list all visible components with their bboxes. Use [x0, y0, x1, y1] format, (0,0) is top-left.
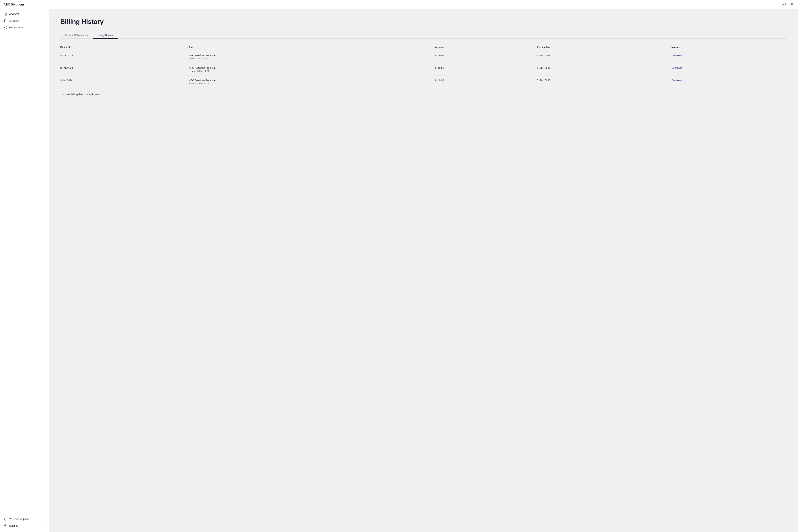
theme-toggle[interactable] [782, 2, 787, 7]
cell-invoice-1: Download [671, 63, 787, 76]
cell-plan-2: ABC Solutions Premium 3 Jan – 3 Feb 2024 [189, 76, 435, 88]
sidebar-item-your-subscription-label: Your Subscription [9, 518, 28, 520]
next-billing-text: Your next billing date is 8 April 2024. [60, 93, 787, 96]
sidebar-item-settings-label: Settings [9, 525, 18, 527]
main-content: Billing History Current Subscription Bil… [50, 9, 798, 532]
table-row: 3 Jan 2024 ABC Solutions Premium 3 Jan –… [60, 76, 787, 88]
table-header-row: Billed at Plan Amount Invoice No Invoice [60, 44, 787, 51]
plan-name-1: ABC Solutions Premium [189, 66, 432, 69]
col-invoice: Invoice [671, 44, 787, 51]
sidebar-item-all-posts-label: All posts [9, 19, 19, 22]
table-row: 8 Mar 2024 ABC Solutions Premium 8 Mar –… [60, 51, 787, 63]
app-header: ABC Solutions [0, 0, 798, 9]
plan-period-0: 8 Mar – 8 Apr 2024 [189, 57, 432, 60]
plan-period-2: 3 Jan – 3 Feb 2024 [189, 82, 432, 85]
sidebar-item-add-post-label: Add post [9, 13, 19, 15]
header-logo: ABC Solutions [3, 3, 25, 6]
settings-chevron: ⌄ [43, 525, 45, 527]
svg-line-4 [785, 5, 785, 6]
billing-table: Billed at Plan Amount Invoice No Invoice… [60, 44, 787, 88]
svg-point-9 [791, 3, 793, 4]
sidebar-item-add-post[interactable]: Add post [0, 11, 50, 17]
sidebar-item-recent-edits-label: Recent edits [9, 26, 23, 29]
download-link-0[interactable]: Download [671, 54, 682, 57]
user-icon [790, 3, 794, 6]
cell-billed-at-2: 3 Jan 2024 [60, 76, 189, 88]
page-title: Billing History [60, 18, 787, 25]
cell-invoice-no-1: 5170-10031 [537, 63, 671, 76]
svg-line-8 [785, 3, 785, 3]
check-circle-icon [4, 517, 7, 521]
table-row: 3 Feb 2024 ABC Solutions Premium 3 Feb –… [60, 63, 787, 76]
clock-icon [4, 26, 7, 29]
sidebar-bottom: Your Subscription Settings ⌄ [0, 513, 50, 532]
plan-period-1: 3 Feb – 3 Mar 2024 [189, 70, 432, 72]
recent-edits-chevron: ⌄ [43, 26, 45, 29]
folder-icon [4, 19, 7, 22]
col-plan: Plan [189, 44, 435, 51]
sun-icon [782, 3, 786, 6]
gear-icon [4, 524, 7, 527]
cell-invoice-no-0: 5170-10033 [537, 51, 671, 63]
user-avatar[interactable] [790, 2, 795, 7]
col-invoice-no: Invoice No [537, 44, 671, 51]
cell-amount-1: €149.99 [435, 63, 537, 76]
tabs: Current Subscription Billing History [60, 32, 787, 39]
sidebar-item-settings[interactable]: Settings ⌄ [0, 522, 50, 529]
cell-billed-at-1: 3 Feb 2024 [60, 63, 189, 76]
cell-billed-at-0: 8 Mar 2024 [60, 51, 189, 63]
plan-name-0: ABC Solutions Premium [189, 54, 432, 57]
app-container: Add post All posts Recent edits [0, 0, 798, 532]
svg-point-0 [783, 4, 785, 5]
cell-plan-1: ABC Solutions Premium 3 Feb – 3 Mar 2024 [189, 63, 435, 76]
download-link-1[interactable]: Download [671, 66, 682, 69]
header-icons [782, 2, 795, 7]
cell-amount-0: €149.99 [435, 51, 537, 63]
cell-invoice-0: Download [671, 51, 787, 63]
col-billed-at: Billed at [60, 44, 189, 51]
plan-name-2: ABC Solutions Premium [189, 79, 432, 82]
download-link-2[interactable]: Download [671, 79, 682, 82]
sidebar: Add post All posts Recent edits [0, 9, 50, 532]
cell-amount-2: €149.99 [435, 76, 537, 88]
col-amount: Amount [435, 44, 537, 51]
tab-billing-history[interactable]: Billing History [93, 32, 118, 39]
svg-point-14 [5, 526, 6, 526]
tab-current-subscription[interactable]: Current Subscription [60, 32, 93, 39]
sidebar-item-your-subscription[interactable]: Your Subscription [0, 516, 50, 522]
cell-plan-0: ABC Solutions Premium 8 Mar – 8 Apr 2024 [189, 51, 435, 63]
sidebar-item-recent-edits[interactable]: Recent edits ⌄ [0, 24, 50, 31]
sidebar-nav: Add post All posts Recent edits [0, 9, 50, 513]
file-plus-icon [4, 13, 7, 16]
sidebar-item-all-posts[interactable]: All posts [0, 17, 50, 24]
cell-invoice-2: Download [671, 76, 787, 88]
cell-invoice-no-2: 5170-10030 [537, 76, 671, 88]
